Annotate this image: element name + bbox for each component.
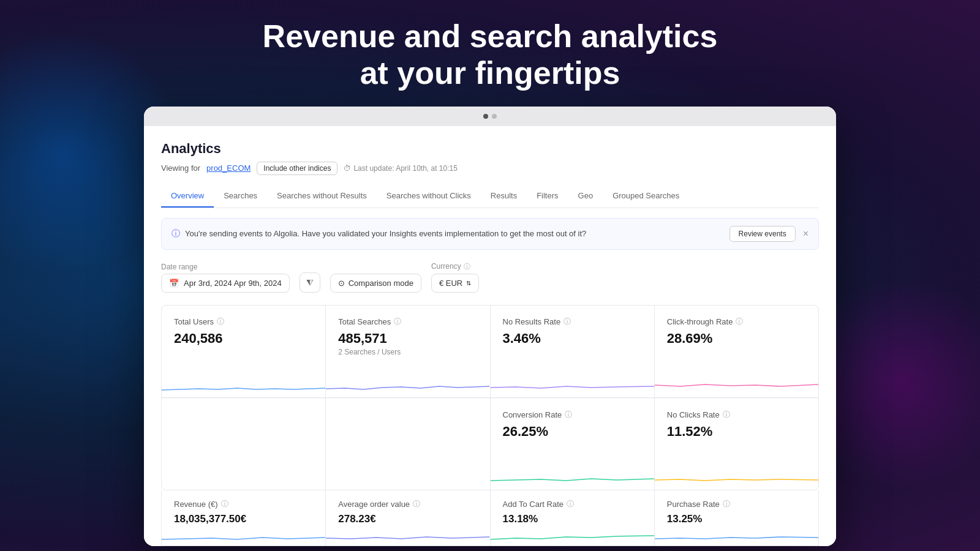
metric-card-empty2	[326, 398, 489, 490]
browser-nav	[483, 114, 497, 119]
comparison-icon: ⊙	[338, 279, 345, 288]
include-indices-button[interactable]: Include other indices	[257, 162, 337, 175]
metric-title-revenue: Revenue (€) ⓘ	[174, 499, 313, 509]
metric-card-total-searches: Total Searches ⓘ 485,571 2 Searches / Us…	[326, 305, 489, 397]
date-range-label: Date range	[161, 263, 290, 271]
page-title: Analytics	[161, 141, 819, 157]
nav-dot-inactive	[492, 114, 497, 119]
date-range-group: Date range 📅 Apr 3rd, 2024 Apr 9th, 2024	[161, 263, 290, 293]
metric-card-total-users: Total Users ⓘ 240,586	[162, 305, 325, 397]
metric-card-revenue: Revenue (€) ⓘ 18,035,377.50€	[162, 490, 325, 545]
conversion-rate-chart	[491, 460, 654, 490]
calendar-icon: 📅	[169, 279, 179, 288]
filter-icon: ⧨	[306, 277, 314, 287]
metric-title-avg-order: Average order value ⓘ	[338, 499, 477, 509]
metric-card-ctr: Click-through Rate ⓘ 28.69%	[655, 305, 818, 397]
nav-dot-active	[483, 114, 488, 119]
tab-overview[interactable]: Overview	[161, 185, 214, 208]
metric-card-empty1	[162, 398, 325, 490]
browser-bar	[144, 107, 836, 126]
metric-card-add-to-cart: Add To Cart Rate ⓘ 13.18%	[491, 490, 654, 545]
conversion-rate-info-icon: ⓘ	[565, 410, 572, 420]
tab-searches-without-results[interactable]: Searches without Results	[267, 185, 377, 208]
browser-window: Analytics Viewing for prod_ECOM Include …	[144, 107, 836, 546]
metric-title-add-to-cart: Add To Cart Rate ⓘ	[503, 499, 642, 509]
no-clicks-rate-info-icon: ⓘ	[723, 410, 730, 420]
tab-searches-without-clicks[interactable]: Searches without Clicks	[377, 185, 481, 208]
last-update: ⏱ Last update: April 10th, at 10:15	[344, 164, 457, 173]
comparison-mode-button[interactable]: ⊙ Comparison mode	[330, 274, 421, 293]
metric-card-no-results-rate: No Results Rate ⓘ 3.46%	[491, 305, 654, 397]
add-to-cart-info-icon: ⓘ	[567, 499, 574, 509]
ctr-chart	[655, 368, 818, 397]
metric-title-no-clicks-rate: No Clicks Rate ⓘ	[667, 410, 806, 420]
currency-group: Currency ⓘ € EUR ⇅	[431, 262, 479, 293]
info-banner: ⓘ You're sending events to Algolia. Have…	[161, 218, 819, 250]
currency-select[interactable]: € EUR ⇅	[431, 274, 479, 293]
chevron-icon: ⇅	[466, 280, 471, 287]
analytics-panel: Analytics Viewing for prod_ECOM Include …	[144, 126, 836, 546]
total-searches-value: 485,571	[338, 331, 477, 347]
no-clicks-rate-value: 11.52%	[667, 424, 806, 440]
no-results-chart	[491, 368, 654, 397]
currency-info-icon: ⓘ	[464, 262, 470, 271]
no-clicks-chart	[655, 460, 818, 490]
metric-title-conversion-rate: Conversion Rate ⓘ	[503, 410, 642, 420]
total-searches-info-icon: ⓘ	[394, 317, 401, 327]
total-searches-chart	[326, 368, 489, 397]
metric-title-total-users: Total Users ⓘ	[174, 317, 313, 327]
metrics-grid: Total Users ⓘ 240,586 Total Searches ⓘ	[161, 305, 819, 490]
total-users-info-icon: ⓘ	[217, 317, 224, 327]
no-results-rate-value: 3.46%	[503, 331, 642, 347]
tab-geo[interactable]: Geo	[568, 185, 603, 208]
viewing-for-label: Viewing for	[161, 163, 200, 173]
avg-order-info-icon: ⓘ	[413, 499, 420, 509]
tab-grouped-searches[interactable]: Grouped Searches	[603, 185, 689, 208]
tab-filters[interactable]: Filters	[527, 185, 568, 208]
review-events-button[interactable]: Review events	[729, 226, 796, 242]
headline-line2: at your fingertips	[263, 55, 718, 92]
bottom-metrics-row: Revenue (€) ⓘ 18,035,377.50€ Average ord…	[161, 490, 819, 546]
metric-title-ctr: Click-through Rate ⓘ	[667, 317, 806, 327]
conversion-rate-value: 26.25%	[503, 424, 642, 440]
controls-row: Date range 📅 Apr 3rd, 2024 Apr 9th, 2024…	[161, 262, 819, 293]
tabs-bar: Overview Searches Searches without Resul…	[161, 185, 819, 208]
total-users-chart	[162, 368, 325, 397]
metric-card-avg-order: Average order value ⓘ 278.23€	[326, 490, 489, 545]
metric-card-purchase-rate: Purchase Rate ⓘ 13.25%	[655, 490, 818, 545]
ctr-value: 28.69%	[667, 331, 806, 347]
total-searches-sub: 2 Searches / Users	[338, 348, 477, 356]
panel-body: ⓘ You're sending events to Algolia. Have…	[161, 208, 819, 546]
metric-card-no-clicks-rate: No Clicks Rate ⓘ 11.52%	[655, 398, 818, 490]
tab-results[interactable]: Results	[481, 185, 527, 208]
info-banner-actions: Review events ×	[729, 226, 809, 242]
currency-label: Currency ⓘ	[431, 262, 479, 271]
info-icon: ⓘ	[172, 228, 180, 239]
date-picker[interactable]: 📅 Apr 3rd, 2024 Apr 9th, 2024	[161, 274, 290, 293]
revenue-info-icon: ⓘ	[221, 499, 228, 509]
headline-line1: Revenue and search analytics	[263, 18, 718, 55]
metric-card-conversion-rate: Conversion Rate ⓘ 26.25%	[491, 398, 654, 490]
total-users-value: 240,586	[174, 331, 313, 347]
info-banner-left: ⓘ You're sending events to Algolia. Have…	[172, 228, 586, 239]
filter-button[interactable]: ⧨	[300, 272, 320, 293]
date-value: Apr 3rd, 2024 Apr 9th, 2024	[184, 279, 282, 288]
metric-title-purchase-rate: Purchase Rate ⓘ	[667, 499, 806, 509]
index-link[interactable]: prod_ECOM	[206, 163, 251, 173]
metric-title-total-searches: Total Searches ⓘ	[338, 317, 477, 327]
purchase-rate-info-icon: ⓘ	[723, 499, 730, 509]
info-banner-text: You're sending events to Algolia. Have y…	[185, 229, 586, 238]
subtitle-row: Viewing for prod_ECOM Include other indi…	[161, 162, 819, 175]
clock-icon: ⏱	[344, 164, 351, 173]
close-banner-button[interactable]: ×	[803, 228, 809, 239]
ctr-info-icon: ⓘ	[736, 317, 743, 327]
tab-searches[interactable]: Searches	[214, 185, 267, 208]
headline: Revenue and search analytics at your fin…	[263, 18, 718, 92]
metric-title-no-results-rate: No Results Rate ⓘ	[503, 317, 642, 327]
no-results-rate-info-icon: ⓘ	[564, 317, 571, 327]
